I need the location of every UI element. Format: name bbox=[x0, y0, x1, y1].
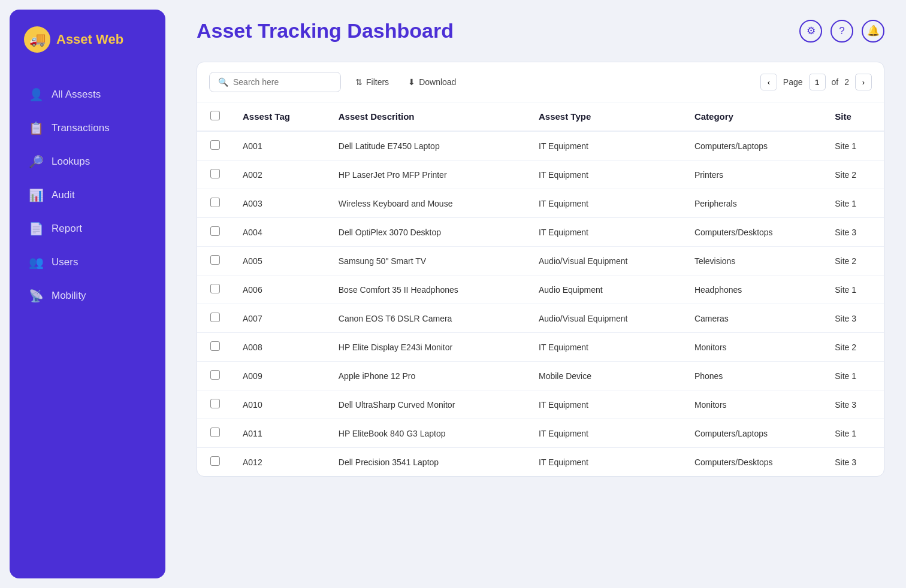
users-icon: 👥 bbox=[29, 255, 43, 269]
assets-table: Assest Tag Assest Descrition Assest Type… bbox=[197, 102, 884, 476]
row-asset-type: Audio/Visual Equipment bbox=[529, 304, 685, 333]
row-site: Site 1 bbox=[825, 189, 884, 218]
table-toolbar: 🔍 ⇅ Filters ⬇ Download ‹ Page 1 of 2 › bbox=[197, 62, 884, 102]
row-category: Phones bbox=[685, 362, 825, 390]
row-asset-description: Dell OptiPlex 3070 Desktop bbox=[329, 218, 529, 247]
report-label: Report bbox=[52, 223, 82, 235]
table-row: A006 Bose Comfort 35 II Headphones Audio… bbox=[197, 275, 884, 304]
row-checkbox[interactable] bbox=[210, 428, 220, 437]
sidebar-item-report[interactable]: 📄 Report bbox=[19, 213, 156, 244]
row-asset-description: Wireless Keyboard and Mouse bbox=[329, 189, 529, 218]
row-asset-description: HP Elite Display E243i Monitor bbox=[329, 333, 529, 362]
row-asset-description: Canon EOS T6 DSLR Camera bbox=[329, 304, 529, 333]
row-checkbox-cell bbox=[197, 390, 233, 419]
row-asset-type: IT Equipment bbox=[529, 333, 685, 362]
next-page-button[interactable]: › bbox=[855, 74, 872, 90]
transactions-icon: 📋 bbox=[29, 121, 43, 135]
row-checkbox[interactable] bbox=[210, 226, 220, 236]
logo-text-part2: Web bbox=[96, 32, 123, 47]
toolbar-right: ‹ Page 1 of 2 › bbox=[760, 74, 872, 90]
row-site: Site 3 bbox=[825, 390, 884, 419]
all-assets-icon: 👤 bbox=[29, 87, 43, 102]
header-checkbox[interactable] bbox=[210, 111, 220, 120]
users-label: Users bbox=[52, 256, 78, 268]
row-site: Site 2 bbox=[825, 247, 884, 275]
sidebar-item-users[interactable]: 👥 Users bbox=[19, 247, 156, 278]
table-row: A007 Canon EOS T6 DSLR Camera Audio/Visu… bbox=[197, 304, 884, 333]
sidebar: 🚚 Asset Web 👤 All Assests 📋 Transactions… bbox=[10, 10, 165, 578]
row-checkbox[interactable] bbox=[210, 341, 220, 351]
bell-button[interactable]: 🔔 bbox=[862, 20, 884, 43]
row-asset-tag: A008 bbox=[233, 333, 329, 362]
row-site: Site 2 bbox=[825, 160, 884, 189]
row-asset-type: IT Equipment bbox=[529, 448, 685, 477]
row-site: Site 1 bbox=[825, 275, 884, 304]
help-button[interactable]: ? bbox=[830, 20, 853, 43]
sidebar-item-audit[interactable]: 📊 Audit bbox=[19, 180, 156, 211]
sidebar-item-transactions[interactable]: 📋 Transactions bbox=[19, 113, 156, 144]
row-asset-tag: A001 bbox=[233, 131, 329, 160]
row-asset-description: Bose Comfort 35 II Headphones bbox=[329, 275, 529, 304]
row-asset-type: IT Equipment bbox=[529, 160, 685, 189]
row-checkbox-cell bbox=[197, 275, 233, 304]
row-checkbox-cell bbox=[197, 131, 233, 160]
header-row: Asset Tracking Dashboard ⚙ ? 🔔 bbox=[197, 19, 884, 43]
row-checkbox[interactable] bbox=[210, 198, 220, 207]
sidebar-item-lookups[interactable]: 🔎 Lookups bbox=[19, 146, 156, 177]
logo-icon: 🚚 bbox=[24, 26, 50, 53]
col-site: Site bbox=[825, 102, 884, 131]
table-row: A003 Wireless Keyboard and Mouse IT Equi… bbox=[197, 189, 884, 218]
row-checkbox-cell bbox=[197, 218, 233, 247]
prev-page-button[interactable]: ‹ bbox=[760, 74, 777, 90]
page-title: Asset Tracking Dashboard bbox=[197, 19, 454, 43]
row-asset-type: IT Equipment bbox=[529, 419, 685, 448]
row-category: Televisions bbox=[685, 247, 825, 275]
row-asset-description: Dell Precision 3541 Laptop bbox=[329, 448, 529, 477]
gear-icon: ⚙ bbox=[807, 25, 816, 37]
row-asset-description: HP EliteBook 840 G3 Laptop bbox=[329, 419, 529, 448]
header-icons: ⚙ ? 🔔 bbox=[799, 20, 884, 43]
row-asset-type: IT Equipment bbox=[529, 189, 685, 218]
row-checkbox[interactable] bbox=[210, 456, 220, 466]
row-checkbox[interactable] bbox=[210, 169, 220, 178]
col-asset-description: Assest Descrition bbox=[329, 102, 529, 131]
row-checkbox[interactable] bbox=[210, 399, 220, 408]
row-checkbox[interactable] bbox=[210, 255, 220, 265]
table-container: 🔍 ⇅ Filters ⬇ Download ‹ Page 1 of 2 › bbox=[197, 62, 884, 477]
row-asset-type: Mobile Device bbox=[529, 362, 685, 390]
row-checkbox-cell bbox=[197, 419, 233, 448]
main-content: Asset Tracking Dashboard ⚙ ? 🔔 🔍 bbox=[175, 0, 906, 588]
download-button[interactable]: ⬇ Download bbox=[403, 74, 461, 90]
row-site: Site 1 bbox=[825, 362, 884, 390]
row-checkbox[interactable] bbox=[210, 313, 220, 322]
col-category: Category bbox=[685, 102, 825, 131]
row-asset-tag: A002 bbox=[233, 160, 329, 189]
row-checkbox-cell bbox=[197, 160, 233, 189]
table-row: A012 Dell Precision 3541 Laptop IT Equip… bbox=[197, 448, 884, 477]
row-asset-description: Apple iPhone 12 Pro bbox=[329, 362, 529, 390]
row-checkbox[interactable] bbox=[210, 284, 220, 293]
filters-button[interactable]: ⇅ Filters bbox=[351, 74, 394, 90]
page-of: of bbox=[832, 77, 839, 87]
filter-icon: ⇅ bbox=[355, 77, 363, 87]
table-row: A009 Apple iPhone 12 Pro Mobile Device P… bbox=[197, 362, 884, 390]
sidebar-item-all-assets[interactable]: 👤 All Assests bbox=[19, 79, 156, 110]
table-row: A002 HP LaserJet Pro MFP Printer IT Equi… bbox=[197, 160, 884, 189]
row-asset-tag: A009 bbox=[233, 362, 329, 390]
col-asset-type: Assest Type bbox=[529, 102, 685, 131]
col-asset-tag: Assest Tag bbox=[233, 102, 329, 131]
search-icon: 🔍 bbox=[218, 77, 228, 87]
logo: 🚚 Asset Web bbox=[19, 26, 156, 53]
all-assets-label: All Assests bbox=[52, 89, 101, 101]
sidebar-item-mobility[interactable]: 📡 Mobility bbox=[19, 280, 156, 311]
row-asset-tag: A011 bbox=[233, 419, 329, 448]
search-input[interactable] bbox=[233, 77, 332, 87]
row-site: Site 1 bbox=[825, 419, 884, 448]
row-category: Monitors bbox=[685, 333, 825, 362]
row-checkbox[interactable] bbox=[210, 370, 220, 380]
mobility-label: Mobility bbox=[52, 290, 86, 302]
row-checkbox[interactable] bbox=[210, 140, 220, 150]
bell-icon: 🔔 bbox=[867, 25, 880, 37]
table-header-row: Assest Tag Assest Descrition Assest Type… bbox=[197, 102, 884, 131]
settings-button[interactable]: ⚙ bbox=[799, 20, 822, 43]
